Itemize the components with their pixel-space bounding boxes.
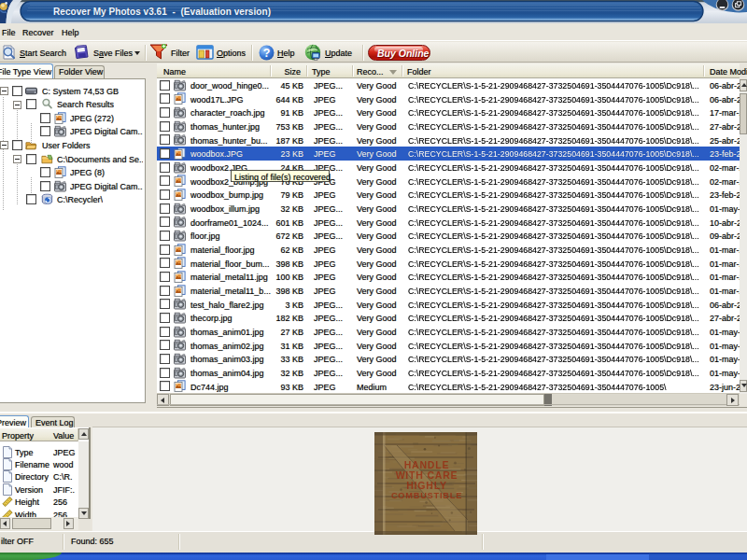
svg-text:HIGHLY: HIGHLY: [406, 480, 447, 491]
svg-text:COMBUSTIBLE: COMBUSTIBLE: [391, 491, 462, 500]
svg-text:?: ?: [263, 47, 271, 60]
svg-text:Recover My Photos v3.61 - (E: Recover My Photos v3.61 - (Evaluation ve…: [53, 6, 271, 17]
